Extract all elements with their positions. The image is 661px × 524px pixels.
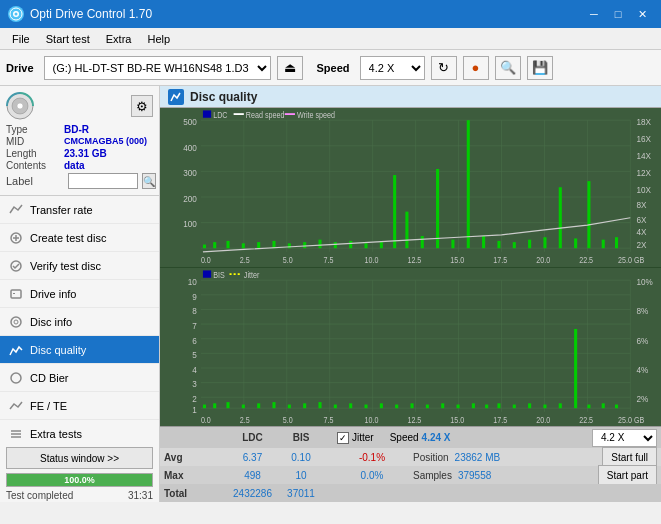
- ldc-header: LDC: [230, 432, 275, 443]
- nav-fe-te[interactable]: FE / TE: [0, 392, 159, 420]
- progress-label: 100.0%: [64, 475, 95, 485]
- nav-create-test-disc[interactable]: Create test disc: [0, 224, 159, 252]
- bis-chart-svg: 10 9 8 7 6 5 4 3 2 1 10% 8% 6% 4% 2%: [160, 268, 661, 427]
- disc-label-icon-button[interactable]: 🔍: [142, 173, 156, 189]
- svg-text:4: 4: [192, 364, 197, 375]
- disc-type-value: BD-R: [64, 124, 89, 135]
- svg-rect-51: [436, 169, 439, 248]
- svg-rect-117: [213, 403, 216, 408]
- refresh-button[interactable]: ↻: [431, 56, 457, 80]
- svg-text:6%: 6%: [636, 334, 648, 345]
- svg-rect-118: [226, 402, 229, 408]
- drive-label: Drive: [6, 62, 34, 74]
- nav-disc-quality-label: Disc quality: [30, 344, 86, 356]
- svg-text:10%: 10%: [636, 276, 652, 287]
- svg-rect-57: [528, 240, 531, 249]
- menu-help[interactable]: Help: [139, 31, 178, 47]
- nav-cd-bier[interactable]: CD Bier: [0, 364, 159, 392]
- nav-create-test-disc-label: Create test disc: [30, 232, 106, 244]
- nav-disc-info-label: Disc info: [30, 316, 72, 328]
- svg-rect-45: [349, 241, 352, 248]
- svg-text:2%: 2%: [636, 393, 648, 404]
- maximize-button[interactable]: □: [607, 4, 629, 24]
- disc-settings-button[interactable]: ⚙: [131, 95, 153, 117]
- close-button[interactable]: ✕: [631, 4, 653, 24]
- disc-label-input[interactable]: [68, 173, 138, 189]
- fe-te-icon: [8, 398, 24, 414]
- svg-text:8%: 8%: [636, 305, 648, 316]
- svg-text:BIS: BIS: [213, 270, 225, 280]
- scan-button[interactable]: 🔍: [495, 56, 521, 80]
- cd-bier-icon: [8, 370, 24, 386]
- disc-mid-row: MID CMCMAGBA5 (000): [6, 136, 153, 147]
- minimize-button[interactable]: ─: [583, 4, 605, 24]
- svg-rect-37: [226, 241, 229, 248]
- svg-rect-39: [257, 242, 260, 248]
- svg-text:18X: 18X: [636, 116, 651, 127]
- svg-text:16X: 16X: [636, 133, 651, 144]
- nav-transfer-rate[interactable]: Transfer rate: [0, 196, 159, 224]
- status-row: Test completed 31:31: [0, 489, 159, 502]
- svg-text:200: 200: [183, 193, 197, 204]
- nav-disc-quality[interactable]: Disc quality: [0, 336, 159, 364]
- disc-panel: ⚙ Type BD-R MID CMCMAGBA5 (000) Length 2…: [0, 86, 159, 196]
- create-test-disc-icon: [8, 230, 24, 246]
- menu-file[interactable]: File: [4, 31, 38, 47]
- jitter-checkbox[interactable]: ✓: [337, 432, 349, 444]
- start-full-button[interactable]: Start full: [602, 447, 657, 467]
- menu-extra[interactable]: Extra: [98, 31, 140, 47]
- svg-text:3: 3: [192, 378, 197, 389]
- save-button[interactable]: 💾: [527, 56, 553, 80]
- menu-start-test[interactable]: Start test: [38, 31, 98, 47]
- speed-select[interactable]: 4.2 X: [360, 56, 425, 80]
- eject-button[interactable]: ⏏: [277, 56, 303, 80]
- svg-text:2X: 2X: [636, 240, 646, 251]
- dq-title: Disc quality: [190, 90, 257, 104]
- speed-header: Speed: [390, 432, 419, 443]
- drive-select[interactable]: (G:) HL-DT-ST BD-RE WH16NS48 1.D3: [44, 56, 271, 80]
- avg-bis: 0.10: [281, 452, 321, 463]
- charts-area: 500 400 300 200 100 18X 16X 14X 12X 10X …: [160, 108, 661, 426]
- title-bar: Opti Drive Control 1.70 ─ □ ✕: [0, 0, 661, 28]
- nav-extra-tests[interactable]: Extra tests: [0, 420, 159, 443]
- svg-text:15.0: 15.0: [450, 415, 464, 425]
- main-area: ⚙ Type BD-R MID CMCMAGBA5 (000) Length 2…: [0, 86, 661, 502]
- svg-rect-128: [380, 403, 383, 408]
- svg-point-2: [15, 13, 18, 16]
- disc-length-row: Length 23.31 GB: [6, 148, 153, 159]
- nav-disc-info[interactable]: Disc info: [0, 308, 159, 336]
- samples-label: Samples: [413, 470, 452, 481]
- svg-rect-10: [11, 290, 21, 298]
- toolbar: Drive (G:) HL-DT-ST BD-RE WH16NS48 1.D3 …: [0, 50, 661, 86]
- svg-rect-46: [364, 243, 367, 248]
- svg-rect-121: [272, 402, 275, 408]
- svg-rect-47: [380, 242, 383, 248]
- avg-label: Avg: [164, 452, 224, 463]
- svg-rect-42: [303, 242, 306, 248]
- svg-rect-48: [393, 175, 396, 248]
- status-window-button[interactable]: Status window >>: [6, 447, 153, 469]
- svg-rect-60: [574, 238, 577, 248]
- svg-rect-126: [349, 403, 352, 408]
- extra-tests-icon: [8, 426, 24, 442]
- svg-text:0.0: 0.0: [201, 255, 211, 265]
- avg-ldc: 6.37: [230, 452, 275, 463]
- burn-button[interactable]: ●: [463, 56, 489, 80]
- svg-text:25.0 GB: 25.0 GB: [618, 255, 644, 265]
- total-bis: 37011: [281, 488, 321, 499]
- speed-select-small[interactable]: 4.2 X: [592, 429, 657, 447]
- svg-rect-89: [203, 110, 211, 117]
- start-part-button[interactable]: Start part: [598, 465, 657, 485]
- nav-verify-test-disc[interactable]: Verify test disc: [0, 252, 159, 280]
- nav-drive-info[interactable]: Drive info: [0, 280, 159, 308]
- svg-rect-38: [242, 243, 245, 248]
- svg-rect-143: [602, 403, 605, 408]
- svg-text:2.5: 2.5: [240, 255, 250, 265]
- svg-text:15.0: 15.0: [450, 255, 464, 265]
- svg-point-13: [14, 320, 18, 324]
- nav-items: Transfer rate Create test disc Verify te…: [0, 196, 159, 443]
- status-area: Status window >> 100.0% Test completed 3…: [0, 443, 159, 502]
- ldc-chart-svg: 500 400 300 200 100 18X 16X 14X 12X 10X …: [160, 108, 661, 267]
- verify-test-disc-icon: [8, 258, 24, 274]
- start-part-btn-area: Start part: [598, 465, 657, 485]
